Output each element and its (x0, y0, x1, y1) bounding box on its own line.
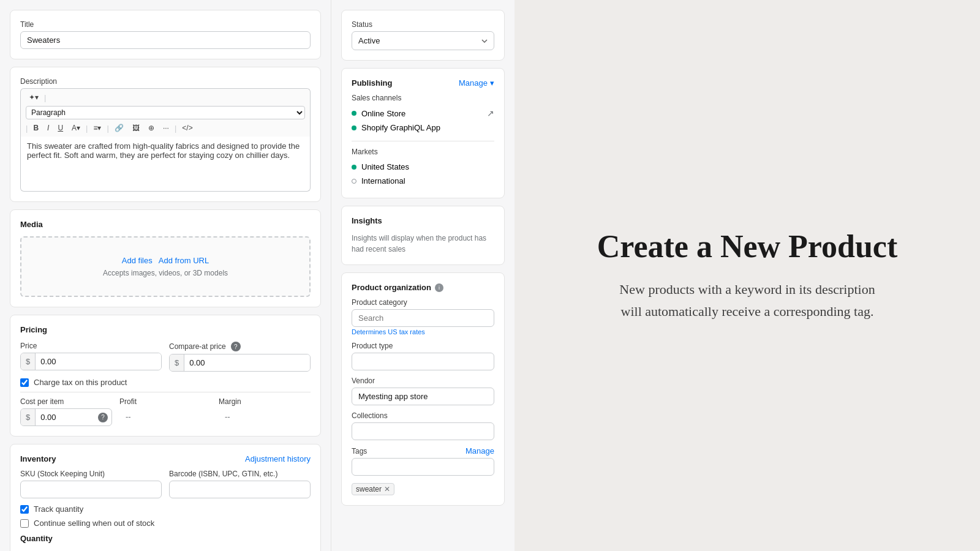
compare-price-label: Compare-at price (169, 342, 226, 351)
publishing-title: Publishing (352, 78, 392, 88)
international-dot (352, 179, 356, 184)
tags-manage-link[interactable]: Manage (466, 446, 494, 455)
align-btn[interactable]: ≡▾ (90, 122, 104, 134)
org-info-icon[interactable]: i (435, 283, 443, 292)
margin-field: Margin -- (219, 397, 311, 426)
left-panel: Title Description ✦▾ | Paragraph | B I U… (0, 0, 331, 551)
track-quantity-checkbox[interactable] (20, 505, 29, 514)
cost-input[interactable] (36, 409, 94, 425)
insights-card: Insights Insights will display when the … (341, 206, 505, 265)
insights-title: Insights (352, 216, 494, 225)
publishing-manage-link[interactable]: Manage ▾ (459, 78, 494, 88)
online-store-dot (352, 111, 356, 116)
paragraph-select[interactable]: Paragraph (26, 106, 305, 119)
barcode-input[interactable] (169, 481, 311, 498)
media-dropzone[interactable]: Add files Add from URL Accepts images, v… (20, 236, 311, 297)
cost-label: Cost per item (20, 397, 112, 406)
vendor-input[interactable] (352, 388, 494, 405)
org-title: Product organization (352, 283, 431, 292)
description-textarea[interactable]: This sweater are crafted from high-quali… (20, 137, 311, 192)
compare-price-input[interactable] (184, 354, 310, 371)
format-plus-btn[interactable]: ✦▾ (26, 91, 42, 103)
editor-toolbar: ✦▾ | Paragraph | B I U A▾ | ≡▾ | 🔗 🖼 ⊕ ·… (20, 88, 311, 137)
online-store-name: Online Store (361, 109, 405, 118)
category-label-wrap: Product category (352, 298, 494, 307)
middle-panel: Status Active Draft Archived Publishing … (331, 0, 514, 551)
tag-remove-btn[interactable]: ✕ (384, 485, 390, 493)
media-title: Media (20, 220, 311, 229)
tag-label: sweater (356, 485, 382, 493)
compare-help-icon[interactable]: ? (231, 342, 241, 351)
track-label: Track quantity (34, 504, 83, 514)
more-btn[interactable]: ··· (160, 122, 172, 134)
track-qty-row: Track quantity (20, 504, 311, 514)
cost-prefix: $ (21, 409, 36, 425)
status-label: Status (352, 20, 494, 29)
barcode-label: Barcode (ISBN, UPC, GTIN, etc.) (169, 470, 311, 478)
tags-label: Tags (352, 447, 367, 455)
markets-label: Markets (352, 148, 494, 156)
adjustment-history-link[interactable]: Adjustment history (245, 454, 311, 463)
title-input[interactable] (20, 31, 311, 49)
continue-selling-row: Continue selling when out of stock (20, 519, 311, 528)
price-prefix: $ (21, 353, 36, 370)
us-dot (352, 165, 356, 170)
media-card: Media Add files Add from URL Accepts ima… (10, 209, 321, 307)
sku-label: SKU (Stock Keeping Unit) (20, 470, 162, 478)
collections-input[interactable] (352, 422, 494, 440)
code-btn[interactable]: </> (179, 122, 195, 134)
quantity-title: Quantity (20, 534, 311, 543)
margin-value: -- (219, 408, 311, 425)
category-search-input[interactable] (352, 309, 494, 327)
tax-label: Charge tax on this product (34, 378, 127, 387)
description-label: Description (20, 77, 311, 86)
cost-input-wrap: $ ? (20, 408, 112, 426)
barcode-field: Barcode (ISBN, UPC, GTIN, etc.) (169, 470, 311, 498)
inventory-title: Inventory (20, 454, 56, 463)
graphiql-name: Shopify GraphiQL App (361, 123, 440, 132)
continue-selling-checkbox[interactable] (20, 519, 29, 528)
tags-header: Tags Manage (352, 446, 494, 455)
sku-barcode-row: SKU (Stock Keeping Unit) Barcode (ISBN, … (20, 470, 311, 498)
graphiql-channel: Shopify GraphiQL App (352, 121, 494, 135)
tax-checkbox[interactable] (20, 378, 29, 387)
sku-input[interactable] (20, 481, 162, 498)
underline-btn[interactable]: U (55, 122, 66, 134)
inventory-card: Inventory Adjustment history SKU (Stock … (10, 444, 321, 551)
us-market: United States (352, 160, 494, 174)
tax-checkbox-row: Charge tax on this product (20, 378, 311, 387)
continue-label: Continue selling when out of stock (34, 519, 154, 528)
sku-field: SKU (Stock Keeping Unit) (20, 470, 162, 498)
bold-btn[interactable]: B (30, 122, 42, 134)
cost-field: Cost per item $ ? (20, 397, 112, 426)
link-btn[interactable]: 🔗 (111, 122, 127, 134)
product-type-input[interactable] (352, 353, 494, 370)
compare-input-wrap: $ (169, 354, 311, 372)
pricing-card: Pricing Price $ Compare-at price ? $ (10, 315, 321, 437)
tax-rates-link[interactable]: Determines US tax rates (352, 328, 494, 335)
compare-price-field: Compare-at price ? $ (169, 342, 311, 372)
image-btn[interactable]: 🖼 (129, 122, 143, 134)
profit-field: Profit -- (119, 397, 211, 426)
color-btn[interactable]: A▾ (69, 122, 83, 134)
price-input-wrap: $ (20, 353, 162, 370)
vendor-label: Vendor (352, 377, 375, 385)
price-input[interactable] (36, 353, 161, 370)
compare-prefix: $ (170, 354, 184, 371)
sales-channels-label: Sales channels (352, 94, 494, 102)
type-label-wrap: Product type (352, 342, 494, 350)
product-org-card: Product organization i Product category … (341, 272, 505, 506)
us-market-name: United States (361, 162, 409, 171)
pricing-title: Pricing (20, 325, 311, 334)
status-select[interactable]: Active Draft Archived (352, 31, 494, 50)
add-files-link[interactable]: Add files (122, 256, 153, 265)
embed-btn[interactable]: ⊕ (145, 122, 157, 134)
publishing-card: Publishing Manage ▾ Sales channels Onlin… (341, 68, 505, 198)
italic-btn[interactable]: I (44, 122, 52, 134)
tags-input[interactable] (352, 458, 494, 476)
add-from-url-link[interactable]: Add from URL (159, 256, 209, 265)
online-store-link-icon[interactable]: ↗ (487, 108, 494, 118)
cost-help-icon[interactable]: ? (98, 413, 108, 422)
profit-label: Profit (119, 397, 211, 406)
right-heading: Create a New Product (597, 229, 898, 264)
